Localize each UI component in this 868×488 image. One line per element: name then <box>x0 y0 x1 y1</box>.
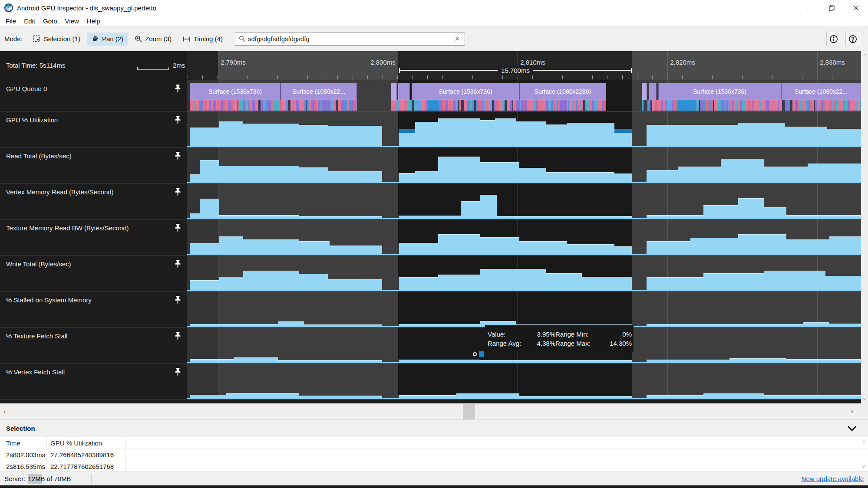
selection-edge-cap <box>399 129 416 133</box>
mode-button-selection[interactable]: Selection (1) <box>29 33 85 46</box>
chart-bar <box>614 133 632 146</box>
chart-bar <box>190 128 219 146</box>
search-clear-icon[interactable]: ✕ <box>454 35 461 43</box>
chart-bar <box>243 239 299 254</box>
chart-bar <box>234 357 278 362</box>
collapse-chevron-icon[interactable] <box>847 426 857 432</box>
chart-bar <box>519 241 567 254</box>
titlebar[interactable]: Android GPU Inspector - dls_swappy_gl.pe… <box>0 0 868 16</box>
scroll-right-icon[interactable]: › <box>851 407 853 415</box>
pin-icon[interactable] <box>174 331 182 341</box>
surface-span[interactable] <box>642 83 647 100</box>
horizontal-scrollbar[interactable]: ‹ › <box>0 403 868 420</box>
search-box[interactable]: ✕ <box>235 33 465 46</box>
track-chart-gpu-utilization[interactable] <box>187 111 861 147</box>
chart-bar <box>567 123 614 146</box>
gpu-slice-block[interactable] <box>428 100 439 111</box>
search-input[interactable] <box>248 35 454 43</box>
gridline <box>368 364 368 399</box>
menu-item-file[interactable]: File <box>2 16 20 26</box>
time-ruler[interactable]: 2,790ms2,800ms2,810ms2,820ms2,830ms15.70… <box>187 51 861 80</box>
pin-icon[interactable] <box>174 115 182 124</box>
track-label-cell: GPU % Utilization <box>0 111 187 147</box>
restore-button[interactable] <box>819 0 844 16</box>
scroll-down-icon[interactable]: ˅ <box>863 396 866 402</box>
help-button[interactable] <box>845 32 860 46</box>
surface-span[interactable]: Surface (1536x736) <box>190 83 281 100</box>
chart-bar <box>738 234 786 254</box>
surface-span[interactable]: Surface (1536x736) <box>658 83 781 100</box>
chart-bar <box>219 277 244 290</box>
scale-bracket <box>137 67 169 70</box>
table-scrollbar[interactable]: ^˅ <box>860 437 867 472</box>
menu-item-edit[interactable]: Edit <box>20 16 39 26</box>
close-button[interactable] <box>844 0 868 16</box>
scale-label: 2ms <box>173 62 185 69</box>
surface-span[interactable]: Surface (1080x22... <box>781 83 861 100</box>
info-button[interactable] <box>826 32 841 46</box>
surface-span[interactable] <box>649 83 657 100</box>
surface-span[interactable]: Surface (1080x2280) <box>519 83 606 100</box>
scroll-up-icon[interactable]: ^ <box>863 53 865 58</box>
menu-item-view[interactable]: View <box>61 16 83 26</box>
minimize-button[interactable] <box>795 0 819 16</box>
selection-panel-header[interactable]: Selection <box>0 420 868 437</box>
scroll-left-icon[interactable]: ‹ <box>3 407 6 415</box>
surface-span[interactable]: Surface (1536x736) <box>412 83 519 100</box>
status-bar: Server: 12MB of 70MB New update availabl… <box>0 472 868 485</box>
pin-icon[interactable] <box>174 151 182 160</box>
chart-bar <box>480 162 519 182</box>
gpu-slice-block[interactable] <box>677 100 696 111</box>
status-divider <box>91 474 92 484</box>
track-row-vertex-fetch-stall: % Vertex Fetch Stall <box>0 364 861 400</box>
chart-bar <box>399 133 416 146</box>
mode-button-pan[interactable]: Pan (2) <box>87 33 128 46</box>
chart-bar <box>546 124 567 146</box>
pin-icon[interactable] <box>174 84 182 93</box>
gridline <box>368 183 368 219</box>
chart-bar <box>764 167 808 182</box>
hover-marker-dot <box>473 352 477 356</box>
surface-span[interactable] <box>391 83 397 100</box>
mode-button-zoom[interactable]: Zoom (3) <box>130 33 176 45</box>
chart-bar <box>200 160 219 182</box>
value-cell: 22.717787602651768 <box>47 461 126 472</box>
menu-item-goto[interactable]: Goto <box>39 16 61 26</box>
scroll-up-icon[interactable]: ^ <box>862 440 865 445</box>
table-row[interactable]: 2s802.003ms27.266485240389816 <box>0 449 868 461</box>
menu-item-help[interactable]: Help <box>83 16 104 26</box>
track-label-cell: GPU Queue 0 <box>0 80 187 111</box>
track-chart-vertex-memory-read[interactable] <box>187 183 861 219</box>
track-name: Vertex Memory Read (Bytes/Second) <box>6 188 114 196</box>
track-chart-write-total[interactable] <box>187 255 861 291</box>
gpu-slice-block[interactable] <box>273 100 279 111</box>
pin-icon[interactable] <box>174 367 182 377</box>
timing-icon <box>183 36 191 43</box>
column-header[interactable]: GPU % Utilization <box>47 437 126 449</box>
track-name: GPU % Utilization <box>6 116 58 124</box>
chart-bar <box>647 241 690 254</box>
mode-button-label: Selection (1) <box>44 35 80 43</box>
track-chart-stalled-system-memory[interactable] <box>187 291 861 328</box>
mode-button-timing[interactable]: Timing (4) <box>178 33 227 45</box>
track-chart-gpu-queue-0[interactable]: Surface (1536x736)Surface (1080x22...Sur… <box>187 80 861 111</box>
track-name: GPU Queue 0 <box>6 85 47 92</box>
table-row[interactable]: 2s816.535ms22.717787602651768 <box>0 461 868 472</box>
surface-span[interactable] <box>398 83 410 100</box>
horizontal-scroll-thumb[interactable] <box>463 404 475 419</box>
scroll-down-icon[interactable]: ˅ <box>862 464 865 469</box>
track-chart-texture-memory-read-bw[interactable] <box>187 219 861 255</box>
track-chart-read-total[interactable] <box>187 147 861 183</box>
column-header[interactable]: Time <box>0 437 47 449</box>
pin-icon[interactable] <box>174 187 182 197</box>
pin-icon[interactable] <box>174 295 182 305</box>
vertical-scrollbar[interactable]: ^ ˅ <box>861 51 868 403</box>
pin-icon[interactable] <box>174 223 182 233</box>
surface-span[interactable]: Surface (1080x22... <box>281 83 357 100</box>
pin-icon[interactable] <box>174 259 182 269</box>
track-chart-vertex-fetch-stall[interactable] <box>187 364 861 400</box>
tooltip-value: 4.38% <box>529 340 555 347</box>
update-available-link[interactable]: New update available <box>802 475 864 482</box>
edge-dark-band <box>187 291 218 327</box>
chart-bar <box>721 159 764 182</box>
